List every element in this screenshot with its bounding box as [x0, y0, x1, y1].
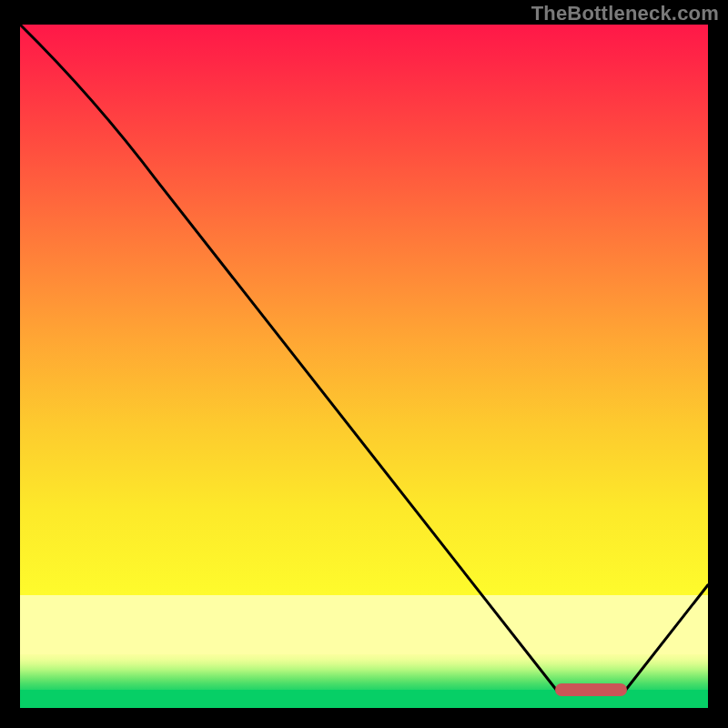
bottleneck-curve [20, 25, 708, 708]
watermark-text: TheBottleneck.com [531, 2, 719, 25]
optimal-range-marker [555, 683, 628, 696]
plot-area [20, 25, 708, 708]
chart-frame: TheBottleneck.com [0, 0, 728, 728]
